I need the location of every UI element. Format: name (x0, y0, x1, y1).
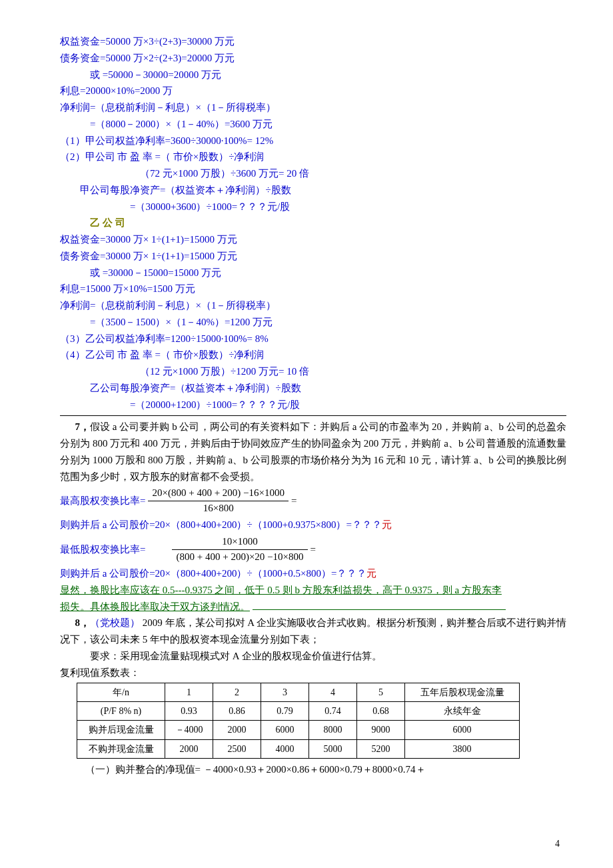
yi-line5: 净利润=（息税前利润－利息）×（1－所得税率） (60, 297, 566, 314)
yi-line1: 权益资金=30000 万× 1÷(1+1)=15000 万元 (60, 231, 566, 248)
th3: 3 (261, 683, 309, 702)
yi-line3: 或 =30000－15000=15000 万元 (60, 265, 566, 281)
q8-tbl-title: 复利现值系数表： (60, 665, 566, 681)
th2: 2 (213, 683, 261, 702)
th6: 五年后股权现金流量 (405, 683, 520, 702)
jia-line7: （1）甲公司权益净利率=3600÷30000·100%= 12% (60, 133, 566, 149)
jia-line9: （72 元×1000 万股）÷3600 万元= 20 倍 (60, 165, 566, 182)
pv-table: 年/n 1 2 3 4 5 五年后股权现金流量 (P/F 8% n) 0.93 … (77, 683, 520, 758)
th0: 年/n (77, 683, 165, 702)
separator-1 (60, 415, 566, 416)
th4: 4 (309, 683, 357, 702)
q8-body: 8，（党校题） 2009 年底，某公司拟对 A 企业实施吸收合并式收购。根据分析… (60, 615, 566, 648)
yi-line9: （12 元×1000 万股）÷1200 万元= 10 倍 (60, 363, 566, 380)
yi-title: 乙 公 司 (60, 215, 566, 231)
th5: 5 (357, 683, 405, 702)
q7-min-after: 则购并后 a 公司股价=20×（800+400+200）÷（1000+0.5×8… (60, 565, 566, 582)
table-row: (P/F 8% n) 0.93 0.86 0.79 0.74 0.68 永续年金 (77, 702, 520, 721)
jia-line8: （2）甲公司 市 盈 率 =（ 市价×股数）÷净利润 (60, 149, 566, 165)
table-header-row: 年/n 1 2 3 4 5 五年后股权现金流量 (77, 683, 520, 702)
table-row: 不购并现金流量 2000 2500 4000 5000 5200 3800 (77, 739, 520, 758)
frac-num: 20×(800 + 400 + 200) −16×1000 (148, 487, 289, 501)
jia-line6: =（8000－2000）×（1－40%）=3600 万元 (60, 116, 566, 133)
jia-line11: =（30000+3600）÷1000=？？？元/股 (60, 199, 566, 215)
yi-line8: （4）乙公司 市 盈 率 =（ 市价×股数）÷净利润 (60, 347, 566, 363)
table-row: 购并后现金流量 －4000 2000 6000 8000 9000 6000 (77, 721, 520, 739)
jia-line3: 或 =50000－30000=20000 万元 (60, 67, 566, 83)
q7-body: 7，假设 a 公司要并购 b 公司，两公司的有关资料如下：并购后 a 公司的市盈… (60, 419, 566, 485)
frac-den2: (800 + 400 + 200)×20 −10×800 (172, 550, 307, 564)
frac-den: 16×800 (148, 501, 289, 515)
jia-line5: 净利润=（息税前利润－利息）×（1－所得税率） (60, 99, 566, 116)
q7-max-after: 则购并后 a 公司股价=20×（800+400+200）÷（1000+0.937… (60, 517, 566, 533)
q7-title: 7， (75, 421, 91, 432)
th1: 1 (165, 683, 213, 702)
jia-line4: 利息=20000×10%=2000 万 (60, 83, 566, 99)
jia-line2: 债务资金=50000 万×2÷(2+3)=20000 万元 (60, 50, 566, 67)
fraction-min: 10×1000 (800 + 400 + 200)×20 −10×800 (172, 535, 307, 563)
yi-line10: 乙公司每股净资产=（权益资本＋净利润）÷股数 (60, 380, 566, 397)
q8-prefix: 8， (75, 617, 91, 628)
q7-sum1: 显然，换股比率应该在 0.5---0.9375 之间，低于 0.5 则 b 方股… (60, 582, 566, 599)
q7-max-label: 最高股权变换比率= (60, 493, 145, 509)
yi-line2: 债务资金=30000 万× 1÷(1+1)=15000 万元 (60, 248, 566, 265)
q7-body1: 假设 a 公司要并购 b 公司，两公司的有关资料如下：并购后 a 公司的市盈率为… (60, 421, 566, 481)
yi-line6: =（3500－1500）×（1－40%）=1200 万元 (60, 314, 566, 331)
yi-line11: =（20000+1200）÷1000=？？？？元/股 (60, 397, 566, 413)
q8-calc: （一）购并整合的净现值= －4000×0.93＋2000×0.86＋6000×0… (60, 761, 566, 778)
jia-line10: 甲公司每股净资产=（权益资本＋净利润）÷股数 (60, 182, 566, 199)
jia-line1: 权益资金=50000 万×3÷(2+3)=30000 万元 (60, 33, 566, 50)
eq2: = (310, 541, 316, 558)
eq1: = (291, 493, 297, 509)
q7-min-label: 最低股权变换比率= (60, 541, 145, 558)
q7-sum2-row: 损失。具体换股比率取决于双方谈判情况。 (60, 599, 566, 615)
q8-party: （党校题） (90, 617, 140, 628)
yi-line4: 利息=15000 万×10%=1500 万元 (60, 281, 566, 297)
fraction-max: 20×(800 + 400 + 200) −16×1000 16×800 (148, 487, 289, 515)
q7-min-formula: 最低股权变换比率= 10×1000 (800 + 400 + 200)×20 −… (60, 535, 566, 563)
q7-max-formula: 最高股权变换比率= 20×(800 + 400 + 200) −16×1000 … (60, 487, 566, 515)
yi-line7: （3）乙公司权益净利率=1200÷15000·100%= 8% (60, 331, 566, 347)
frac-num2: 10×1000 (172, 535, 307, 550)
q8-req: 要求：采用现金流量贴现模式对 A 企业的股权现金价值进行估算。 (60, 648, 566, 665)
